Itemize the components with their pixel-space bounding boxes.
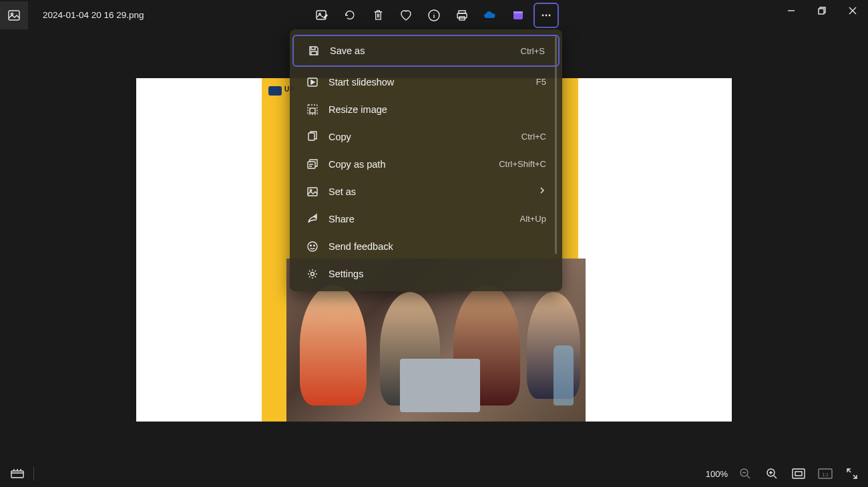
slideshow-icon [306, 75, 319, 89]
fit-window-icon[interactable] [789, 464, 808, 483]
delete-icon[interactable] [365, 3, 391, 28]
favorite-icon[interactable] [393, 3, 419, 28]
bottom-bar: 100% 1:1 [0, 460, 868, 487]
menu-label: Send feedback [329, 241, 546, 252]
svg-point-23 [314, 245, 315, 246]
menu-shortcut: Ctrl+Shift+C [499, 159, 546, 169]
svg-rect-6 [457, 13, 467, 18]
edit-icon[interactable] [309, 3, 335, 28]
feedback-icon [306, 240, 319, 253]
menu-settings[interactable]: Settings [290, 260, 562, 287]
divider [33, 467, 34, 480]
window-controls [776, 0, 868, 21]
zoom-percent: 100% [706, 469, 728, 479]
filename: 2024-01-04 20 16 29.png [43, 10, 144, 20]
svg-point-22 [310, 245, 312, 246]
svg-rect-18 [308, 162, 315, 168]
clipchamp-icon[interactable] [505, 3, 531, 28]
onedrive-icon[interactable] [477, 3, 503, 28]
close-button[interactable] [837, 0, 868, 21]
maximize-button[interactable] [807, 0, 837, 21]
svg-rect-29 [795, 472, 802, 476]
more-context-menu: Save as Ctrl+S Start slideshow F5 Resize… [290, 29, 562, 291]
chevron-right-icon [538, 186, 546, 196]
svg-rect-17 [308, 133, 314, 140]
menu-shortcut: Ctrl+C [521, 132, 546, 142]
svg-point-12 [549, 14, 551, 16]
svg-rect-16 [310, 108, 315, 113]
share-icon [306, 212, 319, 226]
menu-start-slideshow[interactable]: Start slideshow F5 [290, 68, 562, 96]
more-icon[interactable] [533, 3, 559, 28]
svg-point-10 [542, 14, 544, 16]
svg-rect-28 [793, 469, 805, 478]
rotate-icon[interactable] [337, 3, 363, 28]
menu-send-feedback[interactable]: Send feedback [290, 232, 562, 260]
svg-point-24 [311, 272, 314, 275]
menu-shortcut: Alt+Up [520, 214, 546, 224]
copy-path-icon [306, 158, 319, 171]
menu-label: Copy as path [329, 159, 499, 170]
set-as-icon [306, 185, 319, 198]
menu-set-as[interactable]: Set as [290, 178, 562, 205]
menu-save-as[interactable]: Save as Ctrl+S [292, 35, 560, 67]
menu-label: Set as [329, 186, 538, 197]
resize-icon [306, 103, 319, 116]
menu-label: Resize image [329, 104, 546, 115]
svg-point-21 [308, 242, 317, 251]
info-icon[interactable] [421, 3, 447, 28]
actual-size-icon[interactable]: 1:1 [816, 464, 835, 483]
svg-point-11 [546, 14, 548, 16]
svg-rect-0 [9, 11, 19, 20]
app-icon[interactable] [0, 1, 28, 29]
menu-share[interactable]: Share Alt+Up [290, 205, 562, 232]
zoom-out-icon[interactable] [736, 464, 754, 483]
main-toolbar [309, 3, 559, 28]
minimize-button[interactable] [776, 0, 807, 21]
svg-rect-9 [513, 11, 523, 13]
menu-label: Start slideshow [329, 77, 536, 88]
print-icon[interactable] [449, 3, 475, 28]
menu-label: Share [329, 214, 520, 224]
svg-rect-13 [819, 9, 824, 14]
settings-icon [306, 267, 319, 281]
filmstrip-icon[interactable] [5, 462, 29, 486]
svg-point-1 [11, 13, 13, 15]
copy-icon [306, 130, 319, 144]
menu-label: Copy [329, 132, 521, 142]
menu-copy[interactable]: Copy Ctrl+C [290, 123, 562, 150]
menu-label: Settings [329, 269, 546, 279]
svg-point-20 [310, 189, 312, 191]
menu-shortcut: Ctrl+S [521, 46, 545, 56]
zoom-in-icon[interactable] [763, 464, 781, 483]
menu-shortcut: F5 [536, 77, 546, 87]
svg-text:1:1: 1:1 [822, 472, 829, 477]
save-icon [307, 44, 320, 57]
menu-resize-image[interactable]: Resize image [290, 96, 562, 123]
svg-rect-25 [11, 471, 23, 478]
fullscreen-icon[interactable] [843, 464, 861, 483]
menu-copy-as-path[interactable]: Copy as path Ctrl+Shift+C [290, 150, 562, 178]
menu-label: Save as [330, 45, 521, 56]
